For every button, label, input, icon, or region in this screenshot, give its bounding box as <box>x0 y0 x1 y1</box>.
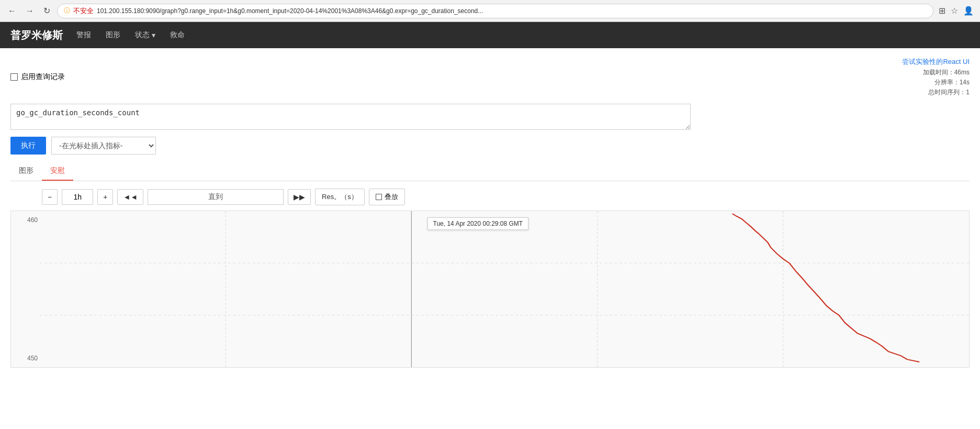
query-textarea[interactable] <box>10 104 691 130</box>
graph-controls: − + ◄◄ ▶▶ Res。（s） 叠放 <box>42 189 970 205</box>
total-series-value: 总时间序列：1 <box>902 87 970 97</box>
y-label-top: 460 <box>13 216 38 224</box>
profile-icon[interactable]: 👤 <box>962 5 975 17</box>
browser-chrome: ← → ↻ ⓘ 不安全 101.200.155.180:9090/graph?g… <box>0 0 980 22</box>
resolution-button[interactable]: Res。（s） <box>315 189 365 205</box>
address-bar[interactable]: ⓘ 不安全 101.200.155.180:9090/graph?g0.rang… <box>57 4 933 18</box>
until-input[interactable] <box>148 189 284 205</box>
stats-panel: 尝试实验性的React UI 加载时间：46ms 分辨率：14s 总时间序列：1 <box>902 57 970 97</box>
stack-checkbox-icon <box>376 194 382 200</box>
range-decrease-button[interactable]: − <box>42 189 58 205</box>
next-time-button[interactable]: ▶▶ <box>288 189 311 205</box>
security-label: 不安全 <box>73 6 94 16</box>
tab-console[interactable]: 安慰 <box>42 162 73 181</box>
query-record-row: 启用查询记录 尝试实验性的React UI 加载时间：46ms 分辨率：14s … <box>10 57 970 97</box>
react-ui-section: 尝试实验性的React UI 加载时间：46ms 分辨率：14s 总时间序列：1 <box>902 57 970 97</box>
app-logo: 普罗米修斯 <box>10 28 63 42</box>
graph-area: 460 450 Tue, 14 Apr 2020 00:29:08 GMT <box>10 211 970 368</box>
back-button[interactable]: ← <box>5 5 19 17</box>
range-increase-button[interactable]: + <box>97 189 113 205</box>
browser-actions: ⊞ ☆ 👤 <box>938 5 975 17</box>
stack-button[interactable]: 叠放 <box>369 189 405 205</box>
graph-svg <box>40 211 969 367</box>
translate-icon[interactable]: ⊞ <box>938 5 947 17</box>
enable-query-record-checkbox[interactable] <box>10 73 18 81</box>
nav-graph[interactable]: 图形 <box>105 28 121 42</box>
stack-label: 叠放 <box>385 192 398 202</box>
tab-graph[interactable]: 图形 <box>10 162 42 181</box>
nav-alerts[interactable]: 警报 <box>75 28 92 42</box>
execute-button[interactable]: 执行 <box>10 137 46 155</box>
resolution-value: 分辨率：14s <box>902 78 970 87</box>
chart-line <box>733 214 920 362</box>
app-header: 普罗米修斯 警报 图形 状态 ▾ 救命 <box>0 22 980 48</box>
metric-select[interactable]: -在光标处插入指标- <box>51 137 156 155</box>
react-ui-link[interactable]: 尝试实验性的React UI <box>902 58 970 65</box>
main-content: 启用查询记录 尝试实验性的React UI 加载时间：46ms 分辨率：14s … <box>0 48 980 376</box>
y-label-bottom: 450 <box>13 355 38 362</box>
forward-button[interactable]: → <box>23 5 37 17</box>
execute-row: 执行 -在光标处插入指标- <box>10 137 970 155</box>
query-input-row <box>10 104 970 131</box>
prev-time-button[interactable]: ◄◄ <box>117 189 143 205</box>
tabs-row: 图形 安慰 <box>10 162 970 181</box>
reload-button[interactable]: ↻ <box>41 5 53 17</box>
nav-status[interactable]: 状态 ▾ <box>134 28 156 42</box>
chevron-down-icon: ▾ <box>152 31 155 39</box>
y-axis-labels: 460 450 <box>11 211 40 367</box>
load-time-stat: 尝试实验性的React UI <box>902 57 970 68</box>
nav-help[interactable]: 救命 <box>169 28 186 42</box>
bookmark-icon[interactable]: ☆ <box>950 5 959 17</box>
load-time-value: 加载时间：46ms <box>902 68 970 78</box>
url-text: 101.200.155.180:9090/graph?g0.range_inpu… <box>97 7 483 15</box>
security-icon: ⓘ <box>64 6 70 15</box>
range-input[interactable] <box>62 189 93 205</box>
enable-query-record-label: 启用查询记录 <box>21 72 65 82</box>
query-record-left: 启用查询记录 <box>10 72 65 82</box>
